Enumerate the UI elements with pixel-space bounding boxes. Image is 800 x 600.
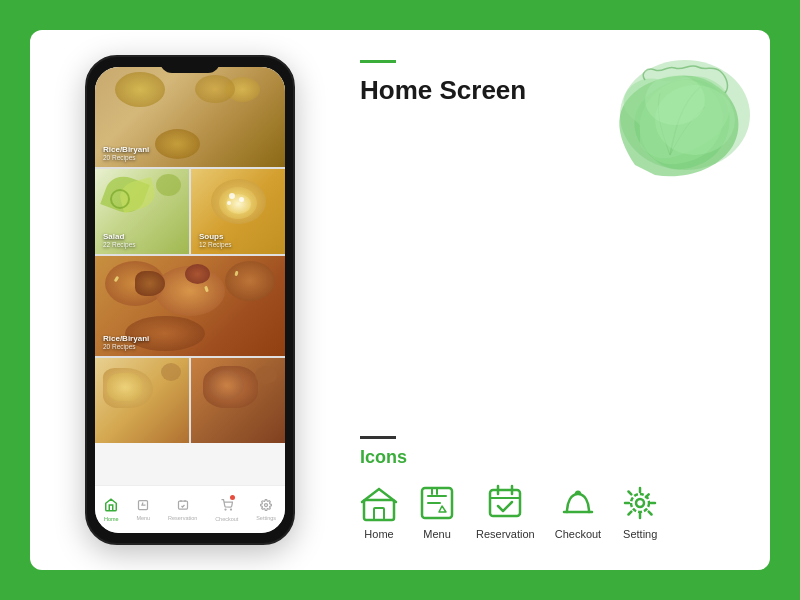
phone-section: Rice/Biryani 20 Recipes xyxy=(50,50,330,550)
nav-label-settings: Settings xyxy=(256,515,276,521)
icon-label-menu: Menu xyxy=(423,528,451,540)
home-nav-icon xyxy=(104,498,118,515)
food-count-salad: 22 Recipes xyxy=(103,241,136,248)
food-grid: Rice/Biryani 20 Recipes xyxy=(95,67,285,443)
icons-accent-bar xyxy=(360,436,396,439)
svg-point-23 xyxy=(636,499,644,507)
checkout-icon xyxy=(559,484,597,522)
settings-nav-icon xyxy=(260,498,272,514)
nav-item-checkout[interactable]: Checkout xyxy=(215,497,238,522)
main-card: Rice/Biryani 20 Recipes xyxy=(30,30,770,570)
svg-point-10 xyxy=(265,504,268,507)
food-item-rice-main[interactable]: Rice/Biryani 20 Recipes xyxy=(95,256,285,356)
phone-notch xyxy=(160,57,220,73)
svg-point-24 xyxy=(631,494,649,512)
nav-item-home[interactable]: Home xyxy=(104,498,119,522)
svg-rect-5 xyxy=(178,501,187,509)
icon-label-home: Home xyxy=(364,528,393,540)
nav-item-menu[interactable]: Menu xyxy=(136,498,150,521)
svg-point-9 xyxy=(230,509,231,510)
icons-section: Icons Home xyxy=(360,436,730,540)
menu-icon xyxy=(418,484,456,522)
checkout-badge xyxy=(221,497,233,515)
svg-rect-18 xyxy=(490,490,520,516)
icon-label-setting: Setting xyxy=(623,528,657,540)
setting-icon xyxy=(621,484,659,522)
nav-label-checkout: Checkout xyxy=(215,516,238,522)
phone-nav: Home Menu xyxy=(95,485,285,533)
food-name-rice-main: Rice/Biryani xyxy=(103,334,149,343)
food-item-rice-top[interactable]: Rice/Biryani 20 Recipes xyxy=(95,67,285,167)
food-item-salad[interactable]: Salad 22 Recipes xyxy=(95,169,189,254)
svg-point-8 xyxy=(225,509,226,510)
food-name-soups: Soups xyxy=(199,232,232,241)
nav-label-reservation: Reservation xyxy=(168,515,197,521)
home-icon xyxy=(360,484,398,522)
menu-nav-icon xyxy=(137,498,149,514)
icons-label: Icons xyxy=(360,447,730,468)
icon-label-reservation: Reservation xyxy=(476,528,535,540)
food-name-rice-top: Rice/Biryani xyxy=(103,145,149,154)
nav-label-menu: Menu xyxy=(136,515,150,521)
reservation-nav-icon xyxy=(177,498,189,514)
phone-content: Rice/Biryani 20 Recipes xyxy=(95,67,285,485)
reservation-icon xyxy=(486,484,524,522)
food-count-rice-top: 20 Recipes xyxy=(103,154,149,161)
icon-label-checkout: Checkout xyxy=(555,528,601,540)
svg-point-2 xyxy=(645,75,705,125)
nav-item-reservation[interactable]: Reservation xyxy=(168,498,197,521)
phone-mockup: Rice/Biryani 20 Recipes xyxy=(85,55,295,545)
icon-item-home[interactable]: Home xyxy=(360,484,398,540)
food-name-salad: Salad xyxy=(103,232,136,241)
food-count-rice-main: 20 Recipes xyxy=(103,343,149,350)
icon-item-menu[interactable]: Menu xyxy=(418,484,456,540)
food-item-snack1[interactable] xyxy=(95,358,189,443)
lettuce-decoration xyxy=(555,45,755,205)
home-screen-accent-bar xyxy=(360,60,396,63)
phone-screen: Rice/Biryani 20 Recipes xyxy=(95,67,285,533)
nav-item-settings[interactable]: Settings xyxy=(256,498,276,521)
food-item-snack2[interactable] xyxy=(191,358,285,443)
svg-rect-11 xyxy=(364,500,394,520)
icons-row: Home Menu xyxy=(360,484,730,540)
food-item-soups[interactable]: Soups 12 Recipes xyxy=(191,169,285,254)
icon-item-checkout[interactable]: Checkout xyxy=(555,484,601,540)
food-count-soups: 12 Recipes xyxy=(199,241,232,248)
nav-label-home: Home xyxy=(104,516,119,522)
icon-item-setting[interactable]: Setting xyxy=(621,484,659,540)
svg-rect-12 xyxy=(374,508,384,520)
icon-item-reservation[interactable]: Reservation xyxy=(476,484,535,540)
